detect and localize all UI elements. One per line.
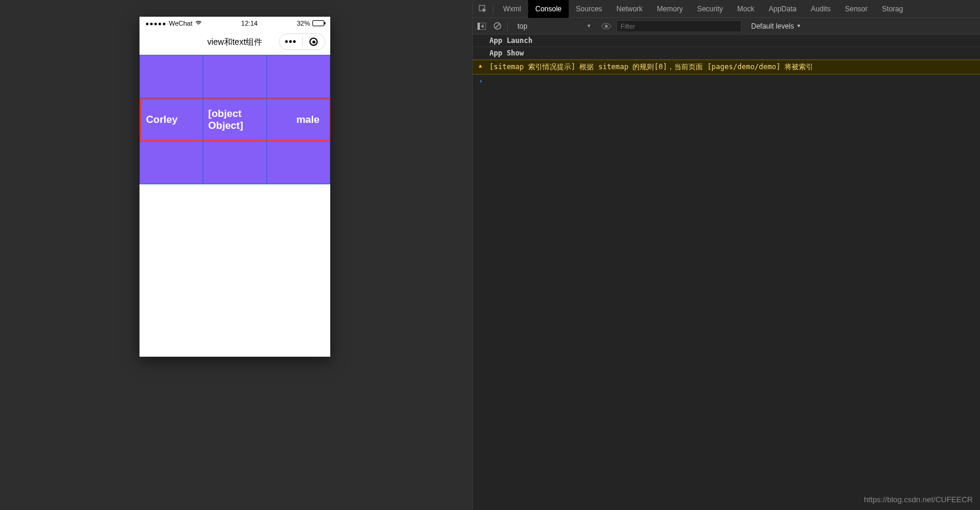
battery-icon (312, 20, 324, 26)
divider (493, 4, 494, 14)
tab-security[interactable]: Security (690, 0, 730, 18)
tab-wxml[interactable]: Wxml (496, 0, 528, 18)
cell-r1c1 (140, 55, 203, 98)
divider (507, 21, 508, 31)
nav-bar: view和text组件 ••• (139, 30, 330, 55)
chevron-down-icon: ▼ (587, 23, 591, 29)
tab-sources[interactable]: Sources (569, 0, 609, 18)
live-expression-icon[interactable] (601, 23, 612, 29)
tab-console[interactable]: Console (528, 0, 569, 18)
svg-point-5 (605, 24, 608, 27)
log-levels-selector[interactable]: Default levels ▼ (751, 22, 801, 30)
content-area: Corley [object Object] male (139, 55, 330, 184)
carrier-label: WeChat (169, 20, 193, 27)
svg-line-4 (495, 24, 500, 28)
inspect-icon[interactable] (475, 0, 491, 18)
clear-console-icon[interactable] (492, 22, 503, 30)
console-toolbar: top ▼ Default levels ▼ (473, 18, 980, 35)
watermark: https://blog.csdn.net/CUFEECR (864, 495, 973, 504)
status-right: 32% (297, 20, 324, 27)
context-value: top (517, 22, 528, 30)
context-selector[interactable]: top ▼ (513, 22, 596, 30)
cell-r1c2 (203, 55, 266, 98)
devtools-panel: Wxml Console Sources Network Memory Secu… (472, 0, 980, 510)
phone-simulator: ●●●●● WeChat 12:14 32% view和text组件 ••• C… (139, 17, 330, 357)
devtools-tabs: Wxml Console Sources Network Memory Secu… (473, 0, 980, 18)
console-output[interactable]: App Launch App Show [sitemap 索引情况提示] 根据 … (473, 35, 980, 88)
console-log-line: App Launch (473, 35, 980, 47)
console-log-line: App Show (473, 47, 980, 60)
grid: Corley [object Object] male (139, 55, 330, 184)
cell-r3c2 (203, 141, 266, 184)
status-left: ●●●●● WeChat (145, 20, 202, 27)
cell-r2c1[interactable]: Corley (140, 98, 203, 141)
tab-sensor[interactable]: Sensor (838, 0, 875, 18)
console-prompt[interactable]: › (473, 75, 980, 88)
cell-r2c3[interactable]: male (267, 98, 330, 141)
tab-mock[interactable]: Mock (730, 0, 762, 18)
tab-network[interactable]: Network (609, 0, 650, 18)
more-icon: ••• (285, 36, 297, 47)
console-warn-line: [sitemap 索引情况提示] 根据 sitemap 的规则[0]，当前页面 … (473, 60, 980, 75)
status-bar: ●●●●● WeChat 12:14 32% (139, 17, 330, 30)
tab-storage[interactable]: Storag (875, 0, 910, 18)
capsule-close[interactable] (303, 34, 325, 50)
cell-r1c3 (267, 55, 330, 98)
signal-icon: ●●●●● (145, 20, 166, 27)
filter-input[interactable] (616, 20, 742, 32)
page-title: view和text组件 (207, 37, 263, 48)
tab-appdata[interactable]: AppData (761, 0, 804, 18)
capsule-button[interactable]: ••• (279, 33, 325, 50)
chevron-down-icon: ▼ (796, 23, 801, 29)
target-icon (309, 38, 318, 46)
battery-pct: 32% (297, 20, 310, 27)
cell-r3c1 (140, 141, 203, 184)
cell-r2c2[interactable]: [object Object] (203, 98, 266, 141)
tab-memory[interactable]: Memory (650, 0, 690, 18)
levels-label: Default levels (751, 22, 794, 30)
capsule-menu[interactable]: ••• (280, 34, 302, 50)
sidebar-toggle-icon[interactable] (476, 23, 487, 30)
wifi-icon (195, 20, 202, 27)
clock: 12:14 (241, 20, 258, 27)
tab-audits[interactable]: Audits (804, 0, 838, 18)
cell-r3c3 (267, 141, 330, 184)
svg-rect-2 (477, 23, 480, 30)
